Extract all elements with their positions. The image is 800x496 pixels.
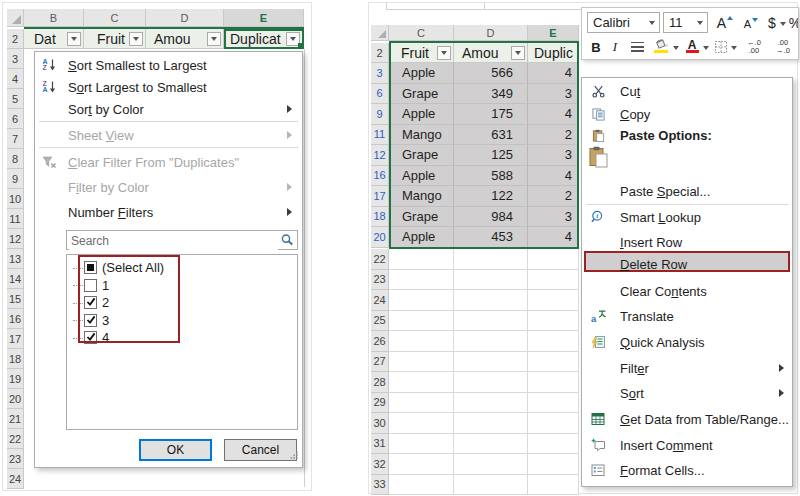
filter-menu-item-clear-filter-from-duplicates[interactable]: Clear Filter From "Duplicates"	[35, 151, 302, 173]
cell-amount[interactable]	[454, 311, 528, 332]
filter-button[interactable]	[511, 46, 525, 60]
cell-amount[interactable]: 984	[454, 207, 528, 228]
cell-duplicates[interactable]	[528, 249, 579, 270]
cell-fruit[interactable]	[389, 290, 454, 311]
cell-amount[interactable]	[454, 290, 528, 311]
cell-fruit[interactable]: Grape	[389, 145, 454, 166]
table-header-cell-fruit[interactable]: Fruit	[84, 29, 146, 49]
filter-button[interactable]	[437, 46, 451, 60]
cell-amount[interactable]	[454, 434, 528, 455]
cell-fruit[interactable]: Grape	[389, 84, 454, 105]
cell-fruit[interactable]	[389, 475, 454, 496]
cell-duplicates[interactable]: 3	[528, 84, 579, 105]
cell-duplicates[interactable]: 4	[528, 104, 579, 125]
cell-amount[interactable]	[454, 331, 528, 352]
context-menu-item-get-data-from-table-range[interactable]: Get Data from Table/Range...	[582, 408, 792, 430]
cell-amount[interactable]: 453	[454, 227, 528, 248]
borders-grid-button[interactable]	[713, 39, 729, 55]
search-icon[interactable]	[280, 233, 294, 251]
row-header-3[interactable]: 3	[371, 63, 389, 84]
row-header-25[interactable]: 25	[371, 311, 389, 332]
cell-duplicates[interactable]: 3	[528, 207, 579, 228]
cell-fruit[interactable]	[389, 413, 454, 434]
cell-fruit[interactable]: Apple	[389, 166, 454, 187]
row-header-27[interactable]: 27	[371, 352, 389, 373]
borders-lines-button[interactable]	[628, 41, 646, 53]
row-header-31[interactable]: 31	[371, 434, 389, 455]
column-header-E[interactable]: E	[224, 9, 304, 27]
row-header-22[interactable]: 22	[371, 249, 389, 270]
table-header-cell-dat[interactable]: Dat	[24, 29, 84, 49]
decrease-decimal-button[interactable]: .00→.0	[770, 37, 796, 57]
row-header-17[interactable]: 17	[371, 186, 389, 207]
grow-font-button[interactable]: A	[713, 13, 737, 33]
cell-duplicates[interactable]	[528, 475, 579, 496]
cell-duplicates[interactable]: 4	[528, 166, 579, 187]
filter-menu-item-number-filters[interactable]: Number Filters	[35, 201, 302, 223]
row-header-8[interactable]: 8	[7, 149, 24, 169]
checkbox-partial[interactable]	[84, 261, 97, 274]
cell-amount[interactable]	[454, 270, 528, 291]
row-header-24[interactable]: 24	[7, 469, 24, 489]
accounting-format-button[interactable]: $	[765, 13, 779, 33]
cell-duplicates[interactable]	[528, 454, 579, 475]
filter-menu-item-sheet-view[interactable]: Sheet View	[35, 124, 302, 146]
row-header-9[interactable]: 9	[371, 104, 389, 125]
row-header-2[interactable]: 2	[7, 29, 24, 49]
table-header-cell-duplic[interactable]: Duplic	[528, 43, 579, 63]
cell-fruit[interactable]	[389, 249, 454, 270]
cell-duplicates[interactable]: 2	[528, 125, 579, 146]
row-header-13[interactable]: 13	[7, 249, 24, 269]
row-header-11[interactable]: 11	[7, 209, 24, 229]
cell-amount[interactable]	[454, 372, 528, 393]
row-header-6[interactable]: 6	[371, 84, 389, 105]
search-input[interactable]	[69, 231, 278, 251]
column-header-E[interactable]: E	[528, 25, 579, 41]
filter-checkbox-item-selectall[interactable]: (Select All)	[73, 259, 164, 276]
cell-duplicates[interactable]	[528, 413, 579, 434]
cell-fruit[interactable]	[389, 352, 454, 373]
context-menu-item-quick-analysis[interactable]: Quick Analysis	[582, 331, 792, 353]
column-header-D[interactable]: D	[454, 25, 528, 41]
cell-amount[interactable]: 349	[454, 84, 528, 105]
filter-menu-item-sort-largest-to-smallest[interactable]: ZASort Largest to Smallest	[35, 76, 302, 98]
row-header-23[interactable]: 23	[371, 270, 389, 291]
cell-fruit[interactable]	[389, 311, 454, 332]
row-header-23[interactable]: 23	[7, 449, 24, 469]
cell-duplicates[interactable]	[528, 290, 579, 311]
context-menu-item-format-cells[interactable]: Format Cells...	[582, 459, 792, 481]
cell-amount[interactable]: 122	[454, 186, 528, 207]
checkbox-unchecked[interactable]	[84, 279, 97, 292]
context-menu-item-insert-comment[interactable]: Insert Comment	[582, 434, 792, 456]
checkbox-checked[interactable]	[84, 314, 97, 327]
row-header-2[interactable]: 2	[371, 43, 389, 63]
cell-fruit[interactable]: Mango	[389, 186, 454, 207]
context-menu-item-insert-row[interactable]: Insert Row	[582, 231, 792, 253]
filter-checkbox-item-3[interactable]: 3	[73, 312, 109, 329]
shrink-font-button[interactable]: A	[739, 15, 763, 33]
font-color-dropdown[interactable]	[702, 44, 710, 52]
cell-duplicates[interactable]	[528, 311, 579, 332]
cell-duplicates[interactable]: 4	[528, 227, 579, 248]
row-header-29[interactable]: 29	[371, 393, 389, 414]
cell-fruit[interactable]	[389, 393, 454, 414]
row-header-3[interactable]: 3	[7, 49, 24, 69]
row-header-16[interactable]: 16	[7, 309, 24, 329]
select-all-corner[interactable]	[371, 25, 389, 41]
row-header-28[interactable]: 28	[371, 372, 389, 393]
cell-fruit[interactable]	[389, 331, 454, 352]
row-header-4[interactable]: 4	[7, 69, 24, 89]
row-header-19[interactable]: 19	[7, 369, 24, 389]
italic-button[interactable]: I	[608, 37, 622, 57]
context-menu-item-smart-lookup[interactable]: iSmart Lookup	[582, 206, 792, 228]
cell-amount[interactable]	[454, 475, 528, 496]
row-header-12[interactable]: 12	[371, 145, 389, 166]
cell-duplicates[interactable]	[528, 331, 579, 352]
context-menu-item-filter[interactable]: Filter	[582, 357, 792, 379]
cell-amount[interactable]	[454, 249, 528, 270]
cell-amount[interactable]: 125	[454, 145, 528, 166]
row-header-18[interactable]: 18	[371, 207, 389, 228]
cell-fruit[interactable]: Apple	[389, 227, 454, 248]
row-header-11[interactable]: 11	[371, 125, 389, 146]
column-header-B[interactable]: B	[24, 9, 84, 27]
